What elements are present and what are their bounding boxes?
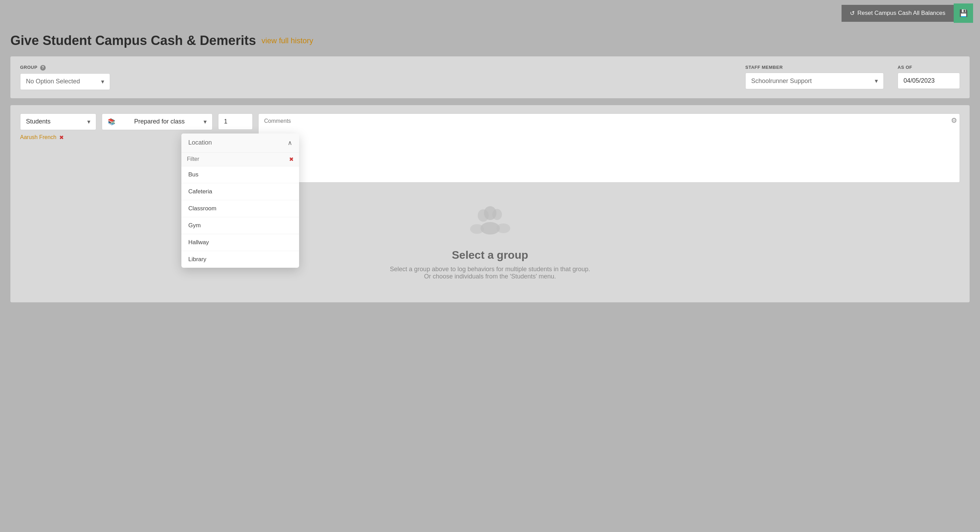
reset-campus-cash-button[interactable]: ↺ Reset Campus Cash All Balances [842, 5, 954, 22]
page-content: Give Student Campus Cash & Demerits view… [0, 26, 980, 309]
location-filter-clear[interactable]: ✖ [289, 156, 294, 163]
location-item[interactable]: Gym [181, 217, 299, 234]
reset-icon: ↺ [850, 10, 855, 17]
location-item[interactable]: Classroom [181, 200, 299, 217]
page-heading: Give Student Campus Cash & Demerits [10, 33, 256, 48]
location-items-list: BusCafeteriaClassroomGymHallwayLibrary [181, 167, 299, 268]
group-filter: GROUP ? No Option Selected ▾ [20, 65, 110, 90]
as-of-filter: AS OF 04/05/2023 [897, 65, 960, 89]
location-chevron-up[interactable]: ∧ [288, 139, 292, 147]
svg-point-4 [470, 224, 484, 234]
gear-icon-button[interactable]: ⚙ [951, 116, 957, 124]
floppy-icon: 💾 [959, 9, 968, 17]
filter-section: GROUP ? No Option Selected ▾ STAFF MEMBE… [10, 56, 970, 98]
students-dropdown[interactable]: Students ▾ [20, 113, 96, 130]
empty-state-heading: Select a group [452, 249, 528, 262]
location-item[interactable]: Bus [181, 167, 299, 183]
group-silhouette-icon [469, 203, 511, 242]
location-filter-row: ✖ [181, 152, 299, 167]
location-header-label: Location [188, 139, 212, 146]
staff-member-chevron: ▾ [875, 77, 878, 85]
as-of-label: AS OF [897, 65, 960, 70]
page-title-area: Give Student Campus Cash & Demerits view… [10, 33, 970, 48]
filter-row: GROUP ? No Option Selected ▾ STAFF MEMBE… [20, 65, 960, 90]
comments-wrapper: ⚙ [258, 113, 960, 183]
students-chevron: ▾ [87, 118, 90, 125]
top-bar: ↺ Reset Campus Cash All Balances 💾 [0, 0, 980, 26]
staff-member-label: STAFF MEMBER [745, 65, 884, 70]
staff-member-value: Schoolrunner Support [751, 78, 812, 85]
behavior-column: 📚 Prepared for class ▾ Location ∧ ✖ [102, 113, 213, 130]
behavior-dropdown[interactable]: 📚 Prepared for class ▾ [102, 113, 213, 130]
view-history-link[interactable]: view full history [262, 37, 313, 45]
action-section: Students ▾ Aarush French ✖ 📚 Prepared fo… [10, 105, 970, 302]
remove-student-button[interactable]: ✖ [59, 134, 64, 141]
amount-input[interactable] [218, 113, 253, 130]
location-filter-input[interactable] [187, 156, 289, 162]
reset-button-label: Reset Campus Cash All Balances [858, 10, 945, 17]
behavior-label: Prepared for class [134, 118, 185, 125]
group-dropdown-value: No Option Selected [26, 78, 80, 85]
location-dropdown-header: Location ∧ [181, 133, 299, 152]
location-item[interactable]: Library [181, 251, 299, 268]
behavior-emoji: 📚 [108, 118, 115, 125]
location-item[interactable]: Cafeteria [181, 183, 299, 200]
as-of-date-input[interactable]: 04/05/2023 [897, 73, 960, 89]
group-dropdown[interactable]: No Option Selected ▾ [20, 73, 110, 90]
comments-textarea[interactable] [258, 113, 960, 183]
student-name[interactable]: Aarush French [20, 134, 56, 140]
behavior-chevron: ▾ [204, 118, 207, 125]
group-dropdown-chevron: ▾ [101, 78, 104, 86]
students-column: Students ▾ Aarush French ✖ [20, 113, 96, 141]
empty-state-description: Select a group above to log behaviors fo… [386, 266, 594, 280]
student-tag: Aarush French ✖ [20, 134, 96, 141]
svg-point-2 [484, 206, 496, 220]
empty-state: Select a group Select a group above to l… [20, 183, 960, 294]
students-dropdown-label: Students [26, 118, 51, 125]
reset-icon-action-button[interactable]: 💾 [954, 3, 973, 23]
group-help-icon[interactable]: ? [40, 65, 46, 71]
svg-point-5 [496, 224, 510, 233]
staff-member-filter: STAFF MEMBER Schoolrunner Support ▾ [745, 65, 884, 89]
location-dropdown: Location ∧ ✖ BusCafeteriaClassroomGymHal… [181, 133, 299, 268]
group-label: GROUP ? [20, 65, 110, 71]
staff-member-dropdown[interactable]: Schoolrunner Support ▾ [745, 73, 884, 89]
action-row: Students ▾ Aarush French ✖ 📚 Prepared fo… [20, 113, 960, 183]
location-item[interactable]: Hallway [181, 234, 299, 251]
